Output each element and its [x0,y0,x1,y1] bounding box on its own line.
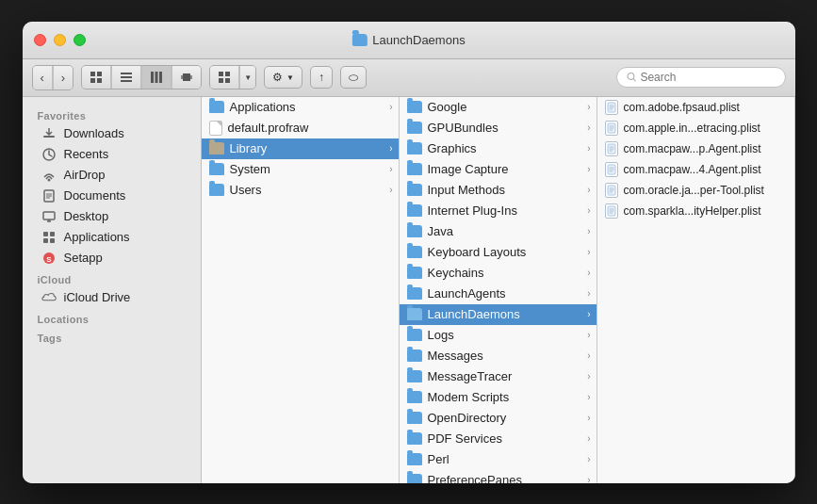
sidebar-item-label: Recents [64,147,109,161]
downloads-icon [41,126,57,141]
chevron-right-icon: › [587,433,590,444]
tag-button[interactable]: ⬭ [340,66,367,89]
svg-text:S: S [46,254,52,263]
list-item[interactable]: com.macpaw...4.Agent.plist [597,159,794,180]
chevron-right-icon: › [587,185,590,195]
sidebar-item-icloud-drive[interactable]: iCloud Drive [26,287,197,308]
folder-icon [407,370,422,382]
list-item[interactable]: Keyboard Layouts › [400,242,596,263]
nav-button-group: ‹ › [32,65,74,90]
list-item[interactable]: Messages › [400,346,596,366]
sidebar-item-label: iCloud Drive [64,290,131,304]
list-item[interactable]: Library › [202,138,399,159]
chevron-right-icon: › [587,392,590,402]
list-item[interactable]: Graphics › [400,138,596,159]
list-item[interactable]: Java › [400,221,596,242]
list-item[interactable]: System › [202,159,399,180]
list-item[interactable]: Perl › [400,449,596,470]
svg-rect-8 [155,72,158,83]
sidebar-item-desktop[interactable]: Desktop [26,206,197,227]
sidebar-item-applications[interactable]: Applications [26,227,197,248]
search-input[interactable] [640,71,775,84]
list-item[interactable]: OpenDirectory › [400,408,596,429]
action-button[interactable]: ⚙ ▼ [264,66,302,89]
locations-label: Locations [23,308,201,327]
list-item[interactable]: PreferencePanes › [400,470,596,483]
list-item[interactable]: Input Methods › [400,180,596,201]
list-item[interactable]: LaunchDaemons › [400,304,596,325]
plist-icon [605,100,618,115]
applications-icon [41,230,57,245]
arrange-button-group: ▼ [209,65,256,89]
list-item[interactable]: com.sparkla...ityHelper.plist [597,201,794,221]
list-item[interactable]: GPUBundles › [400,118,596,138]
sidebar-item-airdrop[interactable]: AirDrop [26,165,197,186]
view-icon-button[interactable] [82,66,110,89]
list-item[interactable]: Google › [400,97,596,118]
list-item[interactable]: Logs › [400,325,596,346]
share-button[interactable]: ↑ [310,66,333,89]
list-item[interactable]: com.macpaw...p.Agent.plist [597,138,794,159]
svg-rect-3 [97,78,102,83]
folder-icon [407,246,422,258]
plist-icon [605,162,618,177]
chevron-right-icon: › [587,102,590,112]
recents-icon [41,147,57,162]
svg-rect-2 [90,78,95,83]
list-item[interactable]: Modem Scripts › [400,387,596,408]
folder-icon [407,329,422,341]
folder-icon [407,308,422,320]
folder-icon [407,184,422,196]
list-item[interactable]: Users › [202,180,399,201]
sidebar-item-label: Desktop [64,209,109,223]
list-item[interactable]: com.oracle.ja...per-Tool.plist [597,180,794,201]
sidebar-item-downloads[interactable]: Downloads [26,123,197,144]
folder-icon [407,287,422,300]
svg-rect-11 [181,75,183,79]
view-column-button[interactable] [142,66,171,89]
chevron-right-icon: › [389,164,392,174]
back-button[interactable]: ‹ [33,66,52,89]
svg-rect-31 [43,238,48,243]
svg-rect-16 [225,78,230,83]
arrange-button[interactable] [210,66,238,89]
sidebar-item-setapp[interactable]: S Setapp [26,248,197,268]
svg-rect-5 [121,76,132,78]
list-item[interactable]: Applications › [202,97,399,118]
sidebar-item-recents[interactable]: Recents [26,144,197,165]
title-bar: LaunchDaemons [23,22,795,59]
chevron-right-icon: › [587,247,590,257]
list-item[interactable]: LaunchAgents › [400,284,596,304]
list-item[interactable]: com.apple.in...etracing.plist [597,118,794,138]
search-bar [616,67,786,88]
forward-button[interactable]: › [54,66,73,89]
arrange-dropdown-button[interactable]: ▼ [240,66,255,89]
sidebar-item-label: Documents [64,188,126,203]
sidebar-item-documents[interactable]: Documents [26,186,197,206]
view-list-button[interactable] [112,66,140,89]
chevron-right-icon: › [587,164,590,174]
list-item[interactable]: com.adobe.fpsaud.plist [597,97,794,118]
view-button-group [81,65,202,89]
view-cover-button[interactable] [172,66,201,89]
close-button[interactable] [34,34,46,46]
minimize-button[interactable] [54,34,66,46]
svg-rect-7 [151,72,154,83]
svg-rect-13 [219,72,223,76]
tag-icon: ⬭ [349,71,358,84]
folder-icon [407,391,422,403]
setapp-icon: S [41,251,57,266]
list-item[interactable]: default.profraw [202,118,399,138]
list-item[interactable]: MessageTracer › [400,366,596,387]
maximize-button[interactable] [74,34,86,46]
list-item[interactable]: Internet Plug-Ins › [400,201,596,221]
cover-icon [180,71,193,84]
list-item[interactable]: Keychains › [400,263,596,284]
folder-icon [209,101,224,113]
window-title: LaunchDaemons [351,33,465,47]
chevron-right-icon: › [587,413,590,423]
list-item[interactable]: Image Capture › [400,159,596,180]
plist-icon [605,183,618,198]
svg-rect-0 [90,72,95,76]
list-item[interactable]: PDF Services › [400,429,596,449]
